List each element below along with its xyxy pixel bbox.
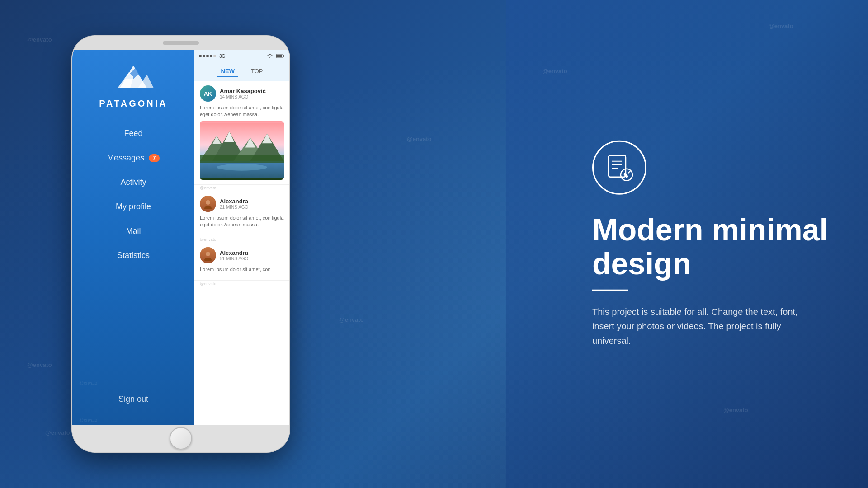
post-time-3: 51 MINS AGO	[220, 256, 248, 261]
svg-rect-6	[276, 55, 282, 57]
avatar-alexandra-2	[200, 247, 216, 263]
menu-watermark2: @envato	[72, 415, 194, 425]
menu-item-activity[interactable]: Activity	[72, 171, 194, 193]
app-logo-text: PATAGONIA	[99, 99, 168, 109]
feed-watermark3: @envato	[194, 281, 289, 287]
menu-panel: PATAGONIA Feed Messages 7 Activity	[72, 50, 194, 425]
phone-screen: PATAGONIA Feed Messages 7 Activity	[72, 50, 289, 425]
headline-line2: design	[592, 246, 691, 281]
watermark: @envato	[723, 407, 748, 413]
post-meta-2: Alexandra 21 MINS AGO	[220, 198, 248, 210]
home-button[interactable]	[170, 427, 192, 450]
menu-item-mail[interactable]: Mail	[72, 220, 194, 242]
menu-label-statistics: Statistics	[117, 251, 150, 260]
feed-post-3: Alexandra 51 MINS AGO Lorem ipsum dolor …	[194, 243, 289, 281]
post-text-1: Lorem ipsum dolor sit amet, con ligula e…	[200, 104, 284, 118]
post-text-3: Lorem ipsum dolor sit amet, con	[200, 266, 284, 273]
avatar-face-icon-2	[203, 250, 213, 261]
phone-speaker	[163, 41, 199, 45]
feed-watermark: @envato	[194, 185, 289, 191]
post-author-1: Amar Kasapović	[220, 88, 266, 94]
svg-point-22	[204, 258, 212, 261]
svg-rect-18	[200, 155, 284, 163]
watermark: @envato	[27, 361, 52, 368]
svg-point-21	[206, 252, 210, 256]
menu-item-messages[interactable]: Messages 7	[72, 147, 194, 169]
menu-label-messages: Messages	[107, 153, 144, 163]
menu-label-activity: Activity	[120, 178, 146, 187]
menu-label-mail: Mail	[126, 226, 141, 236]
menu-item-profile[interactable]: My profile	[72, 196, 194, 218]
post-time-1: 14 MINS AGO	[220, 94, 266, 99]
post-image-1	[200, 121, 284, 180]
phone-top-bar	[72, 36, 289, 50]
signal-dots	[199, 55, 216, 57]
carrier-text: 3G	[219, 54, 225, 59]
description-text: This project is suitable for all. Change…	[592, 304, 809, 347]
headline-line1: Modern minimal	[592, 212, 828, 247]
svg-rect-5	[283, 55, 284, 57]
wifi-icon	[267, 54, 273, 58]
sign-out-button[interactable]: Sign out	[112, 388, 155, 411]
menu-items: Feed Messages 7 Activity My profile	[72, 122, 194, 378]
watermark: @envato	[769, 23, 793, 29]
post-meta-1: Amar Kasapović 14 MINS AGO	[220, 88, 266, 99]
watermark: @envato	[339, 316, 364, 323]
post-time-2: 21 MINS AGO	[220, 205, 248, 210]
post-header-1: AK Amar Kasapović 14 MINS AGO	[200, 85, 284, 102]
menu-label-profile: My profile	[116, 202, 151, 211]
svg-line-29	[628, 171, 630, 173]
feed-post-2: Alexandra 21 MINS AGO Lorem ipsum dolor …	[194, 191, 289, 236]
watermark: @envato	[542, 68, 567, 75]
avatar-face-icon	[203, 198, 213, 209]
logo-mountain-icon	[113, 63, 154, 95]
post-meta-3: Alexandra 51 MINS AGO	[220, 249, 248, 261]
headline: Modern minimal design	[592, 213, 841, 281]
phone-bottom	[72, 425, 289, 452]
menu-item-feed[interactable]: Feed	[72, 122, 194, 145]
post-author-3: Alexandra	[220, 249, 248, 256]
watermark: @envato	[407, 136, 432, 142]
status-left: 3G	[199, 54, 225, 59]
post-author-2: Alexandra	[220, 198, 248, 205]
feed-panel: 3G	[194, 50, 289, 425]
post-header-3: Alexandra 51 MINS AGO	[200, 247, 284, 263]
phone-outer: PATAGONIA Feed Messages 7 Activity	[72, 36, 289, 452]
feed-tabs: NEW TOP	[217, 66, 267, 77]
feature-icon-circle	[592, 141, 646, 195]
divider	[592, 289, 628, 291]
status-right	[267, 54, 285, 58]
post-text-2: Lorem ipsum dolor sit amet, con ligula e…	[200, 215, 284, 229]
background: @envato @envato @envato @envato @envato …	[0, 0, 868, 488]
svg-rect-23	[609, 155, 626, 177]
edit-document-icon	[605, 153, 634, 182]
right-content: Modern minimal design This project is su…	[592, 141, 841, 348]
battery-icon	[276, 54, 285, 58]
phone-mockup: PATAGONIA Feed Messages 7 Activity	[59, 0, 303, 488]
logo-area: PATAGONIA	[99, 63, 168, 109]
status-bar: 3G	[194, 50, 289, 62]
post-header-2: Alexandra 21 MINS AGO	[200, 196, 284, 212]
menu-watermark1: @envato	[72, 378, 194, 388]
mountain-scene-svg	[200, 121, 284, 180]
menu-label-feed: Feed	[124, 129, 142, 138]
watermark: @envato	[27, 36, 52, 43]
avatar-ak: AK	[200, 85, 216, 102]
feed-watermark2: @envato	[194, 236, 289, 243]
svg-point-19	[206, 200, 210, 205]
feed-content: AK Amar Kasapović 14 MINS AGO Lorem ipsu…	[194, 81, 289, 425]
avatar-alexandra-1	[200, 196, 216, 212]
tab-new[interactable]: NEW	[217, 66, 238, 77]
tab-top[interactable]: TOP	[247, 66, 267, 77]
menu-item-statistics[interactable]: Statistics	[72, 244, 194, 267]
svg-point-20	[204, 206, 212, 209]
feed-header: NEW TOP	[194, 62, 289, 81]
svg-point-17	[217, 164, 267, 171]
feed-post-1: AK Amar Kasapović 14 MINS AGO Lorem ipsu…	[194, 81, 289, 185]
messages-badge: 7	[149, 154, 160, 162]
sign-out-label: Sign out	[118, 394, 148, 404]
